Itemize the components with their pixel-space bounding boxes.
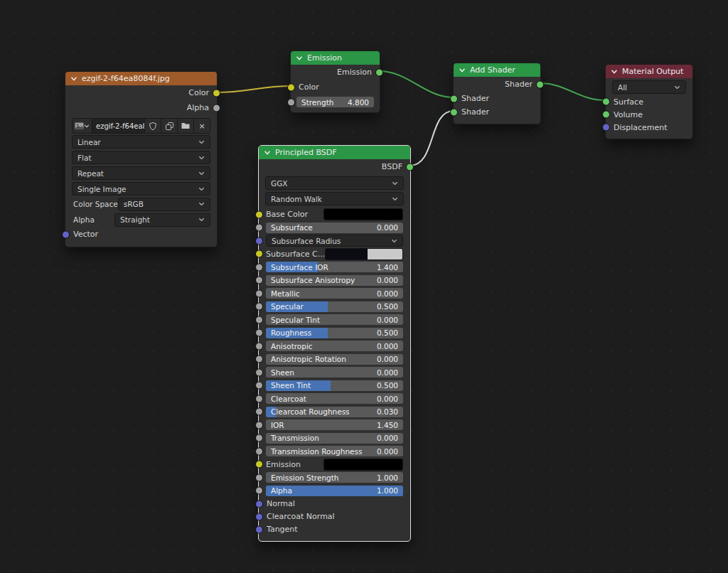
normal-input-socket[interactable] <box>255 500 263 508</box>
source-dropdown[interactable]: Single Image <box>72 182 210 196</box>
image-browse-button[interactable] <box>72 118 92 134</box>
anisotropic-slider[interactable]: Anisotropic0.000 <box>266 341 403 351</box>
specular-input-socket[interactable] <box>255 303 263 311</box>
subsurface-anisotropy-slider[interactable]: Subsurface Anisotropy0.000 <box>266 275 403 286</box>
collapse-chevron-icon[interactable] <box>70 77 77 81</box>
subsurface-c-color-swatch[interactable] <box>325 248 403 260</box>
slider-label: Clearcoat Roughness <box>271 407 350 416</box>
subsurface-radius-dropdown[interactable]: Subsurface Radius <box>266 235 403 247</box>
shader-output-socket[interactable] <box>536 80 544 88</box>
clearcoat-normal-input-socket[interactable] <box>255 513 263 520</box>
volume-input-socket[interactable] <box>602 111 610 119</box>
roughness-input-socket[interactable] <box>255 329 263 337</box>
strength-slider[interactable]: Strength 4.800 <box>296 97 374 107</box>
principled-bsdf-node[interactable]: Principled BSDF BSDF GGX Random Walk Bas… <box>258 145 411 542</box>
input-row-normal: Normal <box>259 498 410 510</box>
emission-node[interactable]: Emission Emission Color Strength 4.800 <box>290 50 380 113</box>
ior-slider[interactable]: IOR1.450 <box>266 419 403 430</box>
color-space-dropdown[interactable]: sRGB <box>118 198 210 211</box>
material-output-node-header[interactable]: Material Output <box>606 65 692 78</box>
emission-strength-slider[interactable]: Emission Strength1.000 <box>266 472 403 483</box>
distribution-dropdown[interactable]: GGX <box>265 176 404 190</box>
clearcoat-roughness-input-socket[interactable] <box>255 408 263 416</box>
specular-tint-slider[interactable]: Specular Tint0.000 <box>266 314 403 325</box>
base-color-input-socket[interactable] <box>255 210 263 218</box>
alpha-output-socket[interactable] <box>213 104 220 112</box>
emission-output-socket[interactable] <box>375 68 383 76</box>
collapse-chevron-icon[interactable] <box>459 68 466 73</box>
collapse-chevron-icon[interactable] <box>296 56 303 60</box>
anisotropic-rotation-input-socket[interactable] <box>255 355 263 363</box>
metallic-slider[interactable]: Metallic0.000 <box>266 288 403 299</box>
tangent-input-socket[interactable] <box>255 525 263 533</box>
principled-row-emission-strength: Emission Strength1.000 <box>266 472 403 483</box>
interpolation-dropdown[interactable]: Linear <box>72 135 210 149</box>
transmission-roughness-input-socket[interactable] <box>255 447 263 455</box>
add-shader-node-header[interactable]: Add Shader <box>454 63 540 77</box>
alpha-input-socket[interactable] <box>255 487 263 495</box>
sheen-slider[interactable]: Sheen0.000 <box>266 367 403 377</box>
emission-color-swatch[interactable] <box>323 459 403 471</box>
base-color-color-swatch[interactable] <box>323 208 403 220</box>
color-space-label: Color Space <box>73 200 118 208</box>
slider-value: 0.000 <box>377 223 398 232</box>
alpha-slider[interactable]: Alpha1.000 <box>266 486 403 496</box>
sheen-tint-slider[interactable]: Sheen Tint0.500 <box>266 380 403 391</box>
image-name-field[interactable]: ezgif-2-f64ea808... <box>92 118 145 134</box>
shader-input-socket-1[interactable] <box>450 95 458 102</box>
sheen-input-socket[interactable] <box>255 368 263 376</box>
dropdown-value: Subsurface Radius <box>272 237 341 245</box>
ior-input-socket[interactable] <box>255 421 263 429</box>
subsurface-ior-slider[interactable]: Subsurface IOR1.400 <box>266 262 403 272</box>
transmission-roughness-slider[interactable]: Transmission Roughness0.000 <box>266 446 403 456</box>
clearcoat-input-socket[interactable] <box>255 395 263 402</box>
transmission-slider[interactable]: Transmission0.000 <box>266 433 403 444</box>
emission-input-socket[interactable] <box>255 461 263 468</box>
subsurface-input-socket[interactable] <box>255 224 263 232</box>
extension-value: Repeat <box>77 169 104 178</box>
emission-node-header[interactable]: Emission <box>291 51 380 65</box>
specular-slider[interactable]: Specular0.500 <box>266 301 403 312</box>
shader-input-socket-2[interactable] <box>450 108 458 116</box>
color-output-socket[interactable] <box>213 89 220 97</box>
subsurface-anisotropy-input-socket[interactable] <box>255 277 263 284</box>
bsdf-output-socket[interactable] <box>406 163 414 171</box>
principled-bsdf-node-header[interactable]: Principled BSDF <box>259 146 410 159</box>
image-texture-node[interactable]: ezgif-2-f64ea8084f.jpg Color Alpha ezgif… <box>65 71 218 247</box>
add-shader-node[interactable]: Add Shader Shader Shader Shader <box>453 63 541 124</box>
color-input-socket[interactable] <box>287 83 295 91</box>
displacement-input-socket[interactable] <box>602 124 610 132</box>
extension-dropdown[interactable]: Repeat <box>72 166 210 180</box>
new-image-button[interactable] <box>161 118 178 134</box>
subsurface-ior-input-socket[interactable] <box>255 263 263 271</box>
open-image-button[interactable] <box>177 118 194 134</box>
image-texture-node-header[interactable]: ezgif-2-f64ea8084f.jpg <box>65 72 217 85</box>
anisotropic-rotation-slider[interactable]: Anisotropic Rotation0.000 <box>266 354 403 365</box>
clearcoat-slider[interactable]: Clearcoat0.000 <box>266 393 403 404</box>
surface-input-socket[interactable] <box>602 98 610 106</box>
sheen-tint-input-socket[interactable] <box>255 382 263 390</box>
subsurface-slider[interactable]: Subsurface0.000 <box>266 223 403 233</box>
collapse-chevron-icon[interactable] <box>264 151 271 155</box>
roughness-slider[interactable]: Roughness0.500 <box>266 328 403 338</box>
fake-user-button[interactable] <box>144 118 161 134</box>
chevron-down-icon <box>198 156 205 160</box>
clearcoat-roughness-slider[interactable]: Clearcoat Roughness0.030 <box>266 407 403 417</box>
anisotropic-input-socket[interactable] <box>255 342 263 350</box>
subsurface-c-input-socket[interactable] <box>255 250 263 258</box>
collapse-chevron-icon[interactable] <box>611 70 618 74</box>
unlink-image-button[interactable]: × <box>193 118 210 134</box>
strength-input-socket[interactable] <box>287 98 295 106</box>
emission-strength-input-socket[interactable] <box>255 473 263 481</box>
material-output-node[interactable]: Material Output All Surface Volume Displ… <box>605 64 693 139</box>
specular-tint-input-socket[interactable] <box>255 316 263 323</box>
alpha-mode-dropdown[interactable]: Straight <box>114 213 210 227</box>
subsurface-radius-input-socket[interactable] <box>255 237 263 245</box>
metallic-input-socket[interactable] <box>255 289 263 297</box>
input-row-clearcoat-normal: Clearcoat Normal <box>259 510 410 523</box>
target-dropdown[interactable]: All <box>612 80 686 94</box>
vector-input-socket[interactable] <box>62 230 70 238</box>
subsurface-method-dropdown[interactable]: Random Walk <box>265 192 404 205</box>
transmission-input-socket[interactable] <box>255 434 263 442</box>
projection-dropdown[interactable]: Flat <box>72 151 210 164</box>
